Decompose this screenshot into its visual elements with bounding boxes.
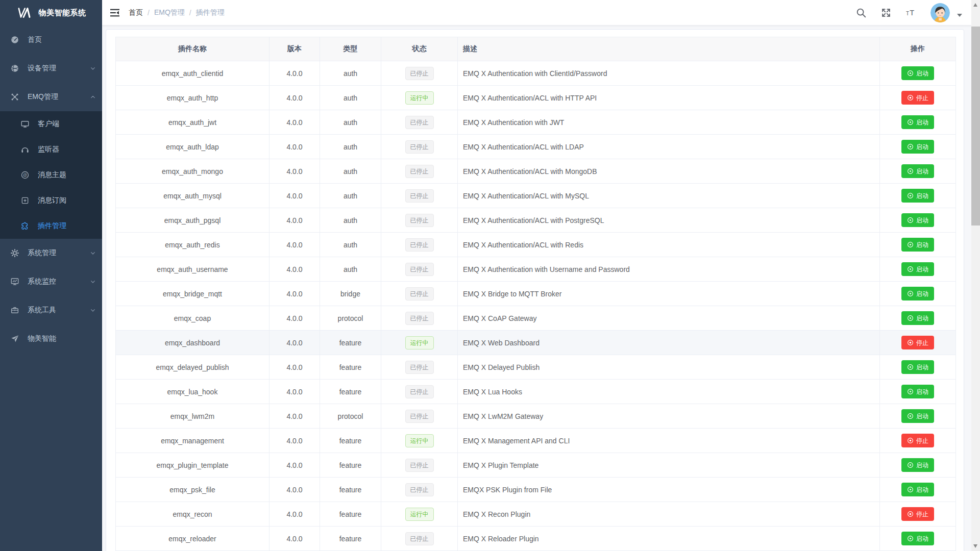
start-button[interactable]: 启动 — [901, 213, 934, 227]
plugin-name-cell: emqx_auth_http — [116, 86, 270, 110]
start-button[interactable]: 启动 — [901, 287, 934, 300]
stop-button[interactable]: 停止 — [901, 434, 934, 447]
sidebar-item-emq[interactable]: EMQ管理 — [0, 83, 102, 111]
plugin-desc: EMQ X Authentication/ACL with Redis — [463, 241, 583, 249]
start-button[interactable]: 启动 — [901, 66, 934, 80]
start-button[interactable]: 启动 — [901, 458, 934, 472]
font-size-icon[interactable]: T T — [905, 7, 917, 18]
plugin-action-cell: 启动 — [880, 257, 956, 282]
fullscreen-icon[interactable] — [880, 7, 892, 18]
start-button[interactable]: 启动 — [901, 483, 934, 496]
sidebar-item-listener[interactable]: 监听器 — [0, 137, 102, 162]
start-button[interactable]: 启动 — [901, 140, 934, 154]
submenu-emq: 客户端监听器@消息主题消息订阅插件管理 — [0, 111, 102, 239]
scroll-down-icon[interactable] — [973, 544, 977, 548]
start-button[interactable]: 启动 — [901, 532, 934, 545]
vertical-scrollbar[interactable] — [971, 0, 980, 551]
sidebar-item-monitor[interactable]: 系统监控 — [0, 267, 102, 296]
start-button[interactable]: 启动 — [901, 385, 934, 398]
plugin-name-cell: emqx_coap — [116, 306, 270, 331]
table-row: emqx_lwm2m4.0.0protocol已停止EMQ X LwM2M Ga… — [116, 404, 956, 429]
plugin-version-cell: 4.0.0 — [270, 355, 320, 380]
stop-button[interactable]: 停止 — [901, 507, 934, 521]
svg-text:@: @ — [23, 173, 27, 178]
plugin-status-cell: 已停止 — [381, 208, 458, 233]
sidebar-item-plugin[interactable]: 插件管理 — [0, 213, 102, 239]
sidebar-item-subscribe[interactable]: 消息订阅 — [0, 188, 102, 213]
plugin-action-cell: 启动 — [880, 453, 956, 478]
play-circle-icon — [907, 535, 914, 542]
start-button[interactable]: 启动 — [901, 189, 934, 203]
plugin-table-card: 插件名称版本类型状态描述操作 emqx_auth_clientid4.0.0au… — [106, 29, 964, 551]
stop-button[interactable]: 停止 — [901, 91, 934, 105]
stop-button[interactable]: 停止 — [901, 336, 934, 349]
plugin-type: feature — [339, 363, 362, 371]
scroll-up-icon[interactable] — [973, 3, 977, 7]
plugin-version-cell: 4.0.0 — [270, 429, 320, 453]
table-row: emqx_delayed_publish4.0.0feature已停止EMQ X… — [116, 355, 956, 380]
plugin-type: auth — [344, 143, 357, 151]
sidebar-item-wumei[interactable]: 物美智能 — [0, 324, 102, 353]
button-label: 启动 — [916, 168, 928, 174]
status-badge: 已停止 — [405, 361, 434, 374]
plugin-table: 插件名称版本类型状态描述操作 emqx_auth_clientid4.0.0au… — [115, 37, 956, 551]
plugin-type: feature — [339, 486, 362, 494]
button-label: 启动 — [916, 242, 928, 248]
column-header: 状态 — [381, 37, 458, 61]
plugin-desc-cell: EMQX PSK Plugin from File — [458, 478, 880, 502]
plugin-desc: EMQ X Authentication with ClientId/Passw… — [463, 69, 607, 78]
play-circle-icon — [907, 315, 914, 321]
start-button[interactable]: 启动 — [901, 262, 934, 276]
button-label: 启动 — [916, 291, 928, 297]
start-button[interactable]: 启动 — [901, 164, 934, 178]
sidebar-item-device[interactable]: 设备管理 — [0, 54, 102, 83]
plugin-action-cell: 停止 — [880, 502, 956, 527]
sidebar-item-tools[interactable]: 系统工具 — [0, 296, 102, 324]
start-button[interactable]: 启动 — [901, 360, 934, 374]
plugin-desc: EMQ X Recon Plugin — [463, 510, 530, 518]
button-label: 启动 — [916, 413, 928, 419]
caret-down-icon[interactable] — [957, 14, 962, 17]
plugin-desc-cell: EMQ X Bridge to MQTT Broker — [458, 282, 880, 306]
plugin-type-cell: auth — [320, 208, 381, 233]
breadcrumb-item[interactable]: 首页 — [129, 8, 143, 17]
plugin-name: emqx_psk_file — [169, 486, 215, 494]
svg-text:T: T — [910, 8, 914, 16]
sidebar-item-topic[interactable]: @消息主题 — [0, 162, 102, 188]
start-button[interactable]: 启动 — [901, 311, 934, 325]
sidebar-item-home[interactable]: 首页 — [0, 26, 102, 54]
plugin-version: 4.0.0 — [286, 290, 302, 298]
table-row: emqx_auth_pgsql4.0.0auth已停止EMQ X Authent… — [116, 208, 956, 233]
plugin-type-cell: auth — [320, 61, 381, 86]
sidebar-item-label: 首页 — [28, 35, 42, 44]
start-button[interactable]: 启动 — [901, 409, 934, 423]
breadcrumb-item: EMQ管理 — [154, 8, 185, 17]
button-label: 启动 — [916, 462, 928, 468]
plugin-desc: EMQ X Reloader Plugin — [463, 535, 539, 543]
plugin-version: 4.0.0 — [286, 118, 302, 127]
app-logo[interactable]: 物美智能系统 — [0, 0, 102, 26]
dashboard-icon — [10, 35, 19, 44]
scrollbar-thumb[interactable] — [971, 27, 980, 226]
button-label: 停止 — [916, 438, 928, 444]
plugin-type-cell: protocol — [320, 306, 381, 331]
sidebar: 物美智能系统 首页设备管理EMQ管理客户端监听器@消息主题消息订阅插件管理系统管… — [0, 0, 102, 551]
plugin-version: 4.0.0 — [286, 69, 302, 78]
chevron-down-icon — [89, 306, 97, 314]
sidebar-collapse-icon[interactable] — [110, 8, 120, 18]
plugin-version-cell: 4.0.0 — [270, 110, 320, 135]
logo-icon — [16, 7, 34, 19]
plugin-name: emqx_auth_mysql — [163, 192, 222, 200]
search-icon[interactable] — [855, 7, 867, 18]
client-monitor-icon — [20, 119, 30, 129]
user-avatar[interactable] — [930, 3, 950, 22]
start-button[interactable]: 启动 — [901, 238, 934, 252]
button-label: 启动 — [916, 193, 928, 199]
sidebar-item-client[interactable]: 客户端 — [0, 111, 102, 137]
chevron-down-icon — [89, 278, 97, 286]
sidebar-item-system[interactable]: 系统管理 — [0, 239, 102, 267]
plugin-desc: EMQX PSK Plugin from File — [463, 486, 552, 494]
svg-text:T: T — [906, 10, 909, 16]
plugin-type-cell: feature — [320, 429, 381, 453]
start-button[interactable]: 启动 — [901, 115, 934, 129]
